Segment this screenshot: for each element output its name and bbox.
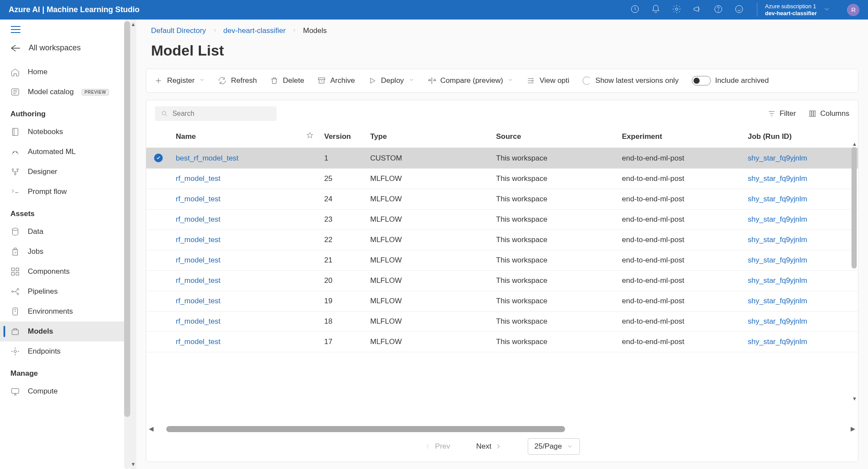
model-name-link[interactable]: rf_model_test (176, 174, 220, 183)
sidebar-item-notebooks[interactable]: Notebooks (0, 122, 130, 142)
sidebar-item-home[interactable]: Home (0, 62, 130, 82)
model-name-link[interactable]: rf_model_test (176, 297, 220, 305)
breadcrumb-directory[interactable]: Default Directory (151, 26, 206, 35)
job-link[interactable]: shy_star_fq9yjnlm (748, 174, 807, 183)
megaphone-icon[interactable] (693, 4, 702, 15)
hamburger-icon[interactable] (0, 20, 130, 37)
sidebar-item-data[interactable]: Data (0, 222, 130, 242)
breadcrumb-workspace[interactable]: dev-heart-classifier (224, 26, 286, 35)
sidebar-item-endpoints[interactable]: Endpoints (0, 341, 130, 361)
table-row[interactable]: rf_model_test24MLFLOWThis workspaceend-t… (146, 189, 858, 210)
table-row[interactable]: rf_model_test19MLFLOWThis workspaceend-t… (146, 291, 858, 312)
search-input-wrapper[interactable] (155, 106, 276, 121)
model-name-link[interactable]: rf_model_test (176, 215, 220, 223)
table-row[interactable]: rf_model_test18MLFLOWThis workspaceend-t… (146, 312, 858, 332)
col-header-name[interactable]: Name (171, 125, 301, 148)
sidebar-item-model-catalog[interactable]: Model catalog PREVIEW (0, 82, 130, 102)
sidebar-item-prompt-flow[interactable]: Prompt flow (0, 182, 130, 202)
deploy-button[interactable]: Deploy (368, 76, 414, 85)
table-scroll-area[interactable]: Name Version Type Source Experiment Job … (146, 125, 858, 426)
col-header-favorite[interactable] (301, 125, 319, 148)
page-size-select[interactable]: 25/Page (528, 438, 579, 455)
job-link[interactable]: shy_star_fq9yjnlm (748, 297, 807, 305)
refresh-button[interactable]: Refresh (218, 76, 257, 85)
sidebar-item-models[interactable]: Models (0, 321, 130, 341)
table-row[interactable]: rf_model_test21MLFLOWThis workspaceend-t… (146, 250, 858, 271)
job-link[interactable]: shy_star_fq9yjnlm (748, 256, 807, 264)
svg-rect-18 (16, 272, 19, 275)
cell-source: This workspace (491, 169, 617, 189)
delete-button[interactable]: Delete (270, 76, 304, 85)
register-button[interactable]: Register (154, 76, 205, 85)
svg-rect-22 (13, 308, 18, 315)
compare-button[interactable]: Compare (preview) (427, 76, 514, 85)
cell-source: This workspace (491, 210, 617, 230)
table-row[interactable]: rf_model_test25MLFLOWThis workspaceend-t… (146, 169, 858, 189)
model-name-link[interactable]: rf_model_test (176, 338, 220, 346)
sidebar-item-label: Compute (28, 387, 58, 396)
job-link[interactable]: shy_star_fq9yjnlm (748, 215, 807, 223)
col-header-experiment[interactable]: Experiment (617, 125, 743, 148)
filter-button[interactable]: Filter (767, 109, 796, 118)
table-vertical-scrollbar[interactable] (852, 147, 857, 269)
home-icon (10, 67, 20, 77)
job-link[interactable]: shy_star_fq9yjnlm (748, 195, 807, 203)
cell-experiment: end-to-end-ml-post (617, 210, 743, 230)
model-name-link[interactable]: rf_model_test (176, 195, 220, 203)
table-row[interactable]: rf_model_test17MLFLOWThis workspaceend-t… (146, 332, 858, 352)
sidebar-scrollbar[interactable] (124, 20, 130, 469)
table-row[interactable]: rf_model_test22MLFLOWThis workspaceend-t… (146, 230, 858, 250)
col-header-source[interactable]: Source (491, 125, 617, 148)
job-link[interactable]: shy_star_fq9yjnlm (748, 236, 807, 244)
cell-version: 1 (319, 148, 365, 169)
table-row[interactable]: best_rf_model_test1CUSTOMThis workspacee… (146, 148, 858, 169)
model-name-link[interactable]: rf_model_test (176, 256, 220, 264)
search-input[interactable] (172, 110, 270, 118)
job-link[interactable]: shy_star_fq9yjnlm (748, 317, 807, 325)
scroll-down-arrow-icon[interactable]: ▼ (852, 396, 857, 402)
columns-button[interactable]: Columns (808, 109, 849, 118)
col-header-type[interactable]: Type (365, 125, 491, 148)
checked-icon[interactable] (154, 154, 163, 162)
job-link[interactable]: shy_star_fq9yjnlm (748, 154, 807, 162)
spinner-icon (582, 76, 591, 85)
gear-icon[interactable] (672, 4, 681, 15)
archive-button[interactable]: Archive (317, 76, 355, 85)
scroll-up-arrow-icon[interactable]: ▲ (852, 141, 857, 147)
sidebar-item-environments[interactable]: Environments (0, 302, 130, 321)
scroll-left-arrow-icon[interactable]: ◀ (149, 425, 154, 432)
content-scrollbar[interactable]: ▲ ▼ (130, 20, 136, 469)
show-latest-toggle[interactable]: Show latest versions only (582, 76, 679, 85)
sidebar-item-jobs[interactable]: Jobs (0, 242, 130, 262)
sidebar-item-components[interactable]: Components (0, 262, 130, 282)
table-row[interactable]: rf_model_test23MLFLOWThis workspaceend-t… (146, 210, 858, 230)
bell-icon[interactable] (651, 4, 661, 15)
sidebar-item-compute[interactable]: Compute (0, 381, 130, 401)
sidebar-item-designer[interactable]: Designer (0, 162, 130, 182)
view-options-button[interactable]: View opti (526, 76, 569, 85)
all-workspaces-link[interactable]: All workspaces (0, 37, 130, 62)
model-name-link[interactable]: best_rf_model_test (176, 154, 239, 162)
sidebar-item-pipelines[interactable]: Pipelines (0, 282, 130, 302)
clock-icon[interactable] (630, 4, 640, 15)
table-row[interactable]: rf_model_test20MLFLOWThis workspaceend-t… (146, 271, 858, 291)
sidebar-item-automated-ml[interactable]: Automated ML (0, 142, 130, 162)
col-header-job[interactable]: Job (Run ID) (743, 125, 858, 148)
user-avatar[interactable]: R (847, 4, 859, 16)
next-button[interactable]: Next (476, 442, 502, 451)
scroll-right-arrow-icon[interactable]: ▶ (851, 425, 855, 432)
table-horizontal-scrollbar[interactable]: ◀ ▶ (158, 426, 846, 432)
include-archived-toggle[interactable]: Include archived (692, 76, 769, 85)
subscription-selector[interactable]: Azure subscription 1 dev-heart-classifie… (757, 3, 831, 16)
col-header-version[interactable]: Version (319, 125, 365, 148)
view-options-label: View opti (539, 76, 569, 85)
model-name-link[interactable]: rf_model_test (176, 236, 220, 244)
help-icon[interactable] (713, 4, 723, 15)
svg-point-24 (14, 350, 16, 353)
breadcrumb-sep-icon (212, 26, 217, 35)
model-name-link[interactable]: rf_model_test (176, 276, 220, 285)
feedback-icon[interactable] (734, 4, 744, 15)
job-link[interactable]: shy_star_fq9yjnlm (748, 276, 807, 285)
job-link[interactable]: shy_star_fq9yjnlm (748, 338, 807, 346)
model-name-link[interactable]: rf_model_test (176, 317, 220, 325)
